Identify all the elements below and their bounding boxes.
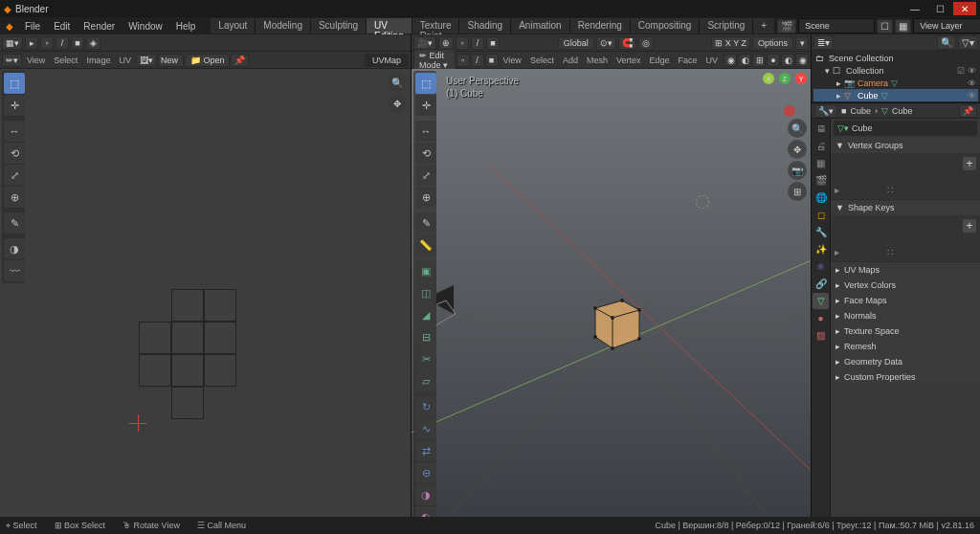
mirror-x-icon[interactable]: ⊞ X Y Z <box>711 36 750 50</box>
shading-wire-icon[interactable]: ⊞ <box>752 54 766 67</box>
shading-render-icon[interactable]: ◉ <box>795 54 809 67</box>
orientation[interactable]: Global <box>558 36 594 50</box>
snap-icon[interactable]: 🧲 <box>618 36 636 50</box>
tool-inset[interactable]: ◫ <box>415 282 436 303</box>
tool-grab[interactable]: 〰 <box>4 260 25 281</box>
zoom-3d-icon[interactable]: 🔍 <box>788 119 807 138</box>
outliner-type-icon[interactable]: ≣▾ <box>813 35 834 50</box>
tool-transform-3d[interactable]: ⊕ <box>415 187 436 208</box>
tool-select[interactable]: ⬚ <box>4 73 25 94</box>
vgroup-prev[interactable]: ▸ <box>835 185 839 195</box>
tool-annotate[interactable]: ✎ <box>4 212 25 234</box>
blender-icon[interactable]: ◆ <box>2 21 17 32</box>
ptab-output[interactable]: 🖨 <box>813 138 829 154</box>
vgroup-special[interactable]: ∷ <box>887 185 893 195</box>
tab-modeling[interactable]: Modeling <box>256 18 311 33</box>
toggle-overlay-icon[interactable]: ▾ <box>795 36 809 50</box>
select-mode-vert[interactable]: ▫ <box>456 36 469 50</box>
ptab-texture[interactable]: ▨ <box>813 327 829 344</box>
ptab-modifiers[interactable]: 🔧 <box>813 224 829 240</box>
section-face-maps[interactable]: ▸Face Maps <box>831 293 980 308</box>
gizmo-toggle-icon[interactable]: ◐ <box>738 54 751 67</box>
sel-edge[interactable]: / <box>56 36 69 50</box>
tab-uv-editing[interactable]: UV Editing <box>367 18 412 33</box>
select-mode-face[interactable]: ■ <box>486 36 500 50</box>
tool-bevel[interactable]: ◢ <box>415 304 436 325</box>
ptab-particles[interactable]: ✨ <box>813 241 829 257</box>
tool-spin[interactable]: ↻ <box>415 396 436 417</box>
cursor-icon[interactable]: ⊕ <box>438 36 454 50</box>
add-shapekey[interactable]: + <box>963 219 976 233</box>
tool-poly[interactable]: ▱ <box>415 370 436 391</box>
tab-texture-paint[interactable]: Texture Paint <box>412 18 460 33</box>
ptab-render[interactable]: 🖥 <box>813 121 829 137</box>
viewlayer-icon[interactable]: ▦ <box>895 19 911 33</box>
pan-3d-icon[interactable]: ✥ <box>788 140 807 159</box>
overlay-toggle-icon[interactable]: ◉ <box>724 54 737 67</box>
tree-collection[interactable]: ▾☐Collection☑ 👁 <box>813 64 978 77</box>
open-button[interactable]: 📁 Open <box>185 54 231 67</box>
tab-add[interactable]: + <box>753 18 775 33</box>
tool-rotate[interactable]: ⟲ <box>4 143 25 164</box>
tool-rip-edge[interactable]: ◐ <box>415 506 436 517</box>
tool-scale[interactable]: ⤢ <box>4 165 25 186</box>
add-vgroup[interactable]: + <box>963 157 976 170</box>
tool-transform[interactable]: ⊕ <box>4 187 25 208</box>
filter-search-icon[interactable]: 🔍 <box>937 35 956 50</box>
select-mode-edge[interactable]: / <box>471 36 484 50</box>
ptab-scene[interactable]: 🎬 <box>813 172 829 189</box>
ptab-object[interactable]: ◻ <box>813 207 829 223</box>
shapekey-special[interactable]: ∷ <box>887 247 893 257</box>
menu-file[interactable]: File <box>19 19 46 33</box>
v3d-edge[interactable]: Edge <box>645 56 673 65</box>
sel-face[interactable]: ■ <box>71 36 84 50</box>
tool-move-3d[interactable]: ↔ <box>415 121 436 142</box>
scene-browse-icon[interactable]: 🎬 <box>777 19 796 33</box>
section-uv-maps[interactable]: ▸UV Maps <box>831 262 980 278</box>
tool-measure[interactable]: 📏 <box>415 234 436 256</box>
section-vertex-colors[interactable]: ▸Vertex Colors <box>831 278 980 293</box>
tool-annotate-3d[interactable]: ✎ <box>415 212 436 234</box>
tree-camera[interactable]: ▸📷Camera▽👁 <box>813 77 978 89</box>
tool-knife[interactable]: ✂ <box>415 348 436 369</box>
uv-select[interactable]: Select <box>50 56 81 65</box>
tab-compositing[interactable]: Compositing <box>631 18 701 33</box>
tab-shading[interactable]: Shading <box>459 18 511 33</box>
tool-move[interactable]: ↔ <box>4 121 25 142</box>
sync-button[interactable]: ▸ <box>25 36 38 50</box>
section-shape-keys[interactable]: ▼Shape Keys <box>831 200 980 215</box>
ptab-constraints[interactable]: 🔗 <box>813 276 829 292</box>
new-button[interactable]: New <box>158 54 184 67</box>
tool-scale-3d[interactable]: ⤢ <box>415 165 436 186</box>
uv-viewport[interactable]: ⬚ ✛ ↔ ⟲ ⤢ ⊕ ✎ ◑ 〰 <box>0 69 411 517</box>
sel-island[interactable]: ◈ <box>86 36 100 50</box>
shading-mat-icon[interactable]: ◐ <box>781 54 794 67</box>
viewlayer-name[interactable]: View Layer <box>913 18 980 33</box>
close-button[interactable]: ✕ <box>953 2 976 15</box>
tree-cube[interactable]: ▸▽Cube▽👁 <box>813 89 978 101</box>
section-vertex-groups[interactable]: ▼Vertex Groups <box>831 138 980 153</box>
pin-icon[interactable]: 📌 <box>959 104 977 118</box>
tab-animation[interactable]: Animation <box>511 18 569 33</box>
editor-type-uv[interactable]: ▦▾ <box>2 36 23 50</box>
section-custom-properties[interactable]: ▸Custom Properties <box>831 369 980 385</box>
tab-sculpting[interactable]: Sculpting <box>311 18 367 33</box>
tool-loopcut[interactable]: ⊟ <box>415 326 436 347</box>
camera-view-icon[interactable]: 📷 <box>788 161 807 180</box>
scene-new[interactable]: ☐ <box>877 19 893 33</box>
cube-object[interactable] <box>584 291 651 358</box>
image-browse-icon[interactable]: 🖼▾ <box>136 54 157 67</box>
section-remesh[interactable]: ▸Remesh <box>831 339 980 354</box>
tool-cursor-3d[interactable]: ✛ <box>415 95 436 116</box>
tool-rip-3d[interactable]: ◑ <box>415 484 436 505</box>
shapekey-prev[interactable]: ▸ <box>835 247 839 257</box>
uvmap-select[interactable]: UVMap <box>365 54 409 67</box>
uv-uv[interactable]: UV <box>115 56 135 65</box>
tab-scripting[interactable]: Scripting <box>700 18 753 33</box>
tool-extrude[interactable]: ▣ <box>415 260 436 281</box>
v3d-sel-face[interactable]: ■ <box>485 54 499 67</box>
pivot-icon[interactable]: ⊙▾ <box>596 36 616 50</box>
persp-icon[interactable]: ⊞ <box>788 182 807 201</box>
v3d-sel-vert[interactable]: ▫ <box>457 54 470 67</box>
nav-gizmo[interactable]: Z Y X <box>763 73 807 117</box>
